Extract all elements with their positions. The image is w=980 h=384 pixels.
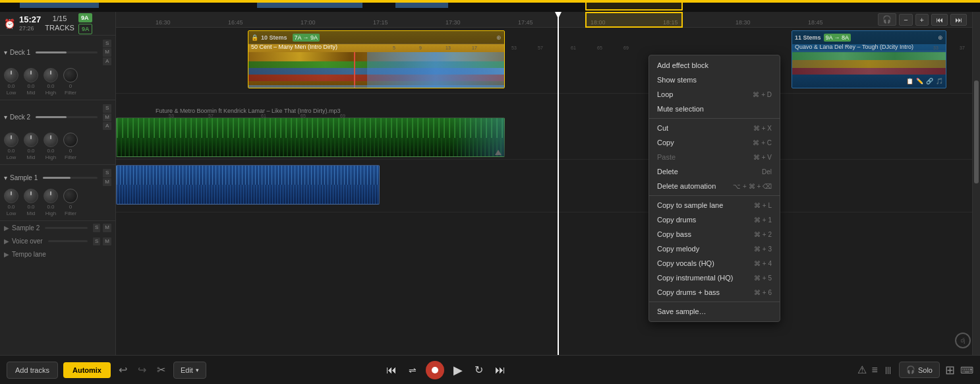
deck-1-filter-knob[interactable] [63,68,78,82]
menu-show-stems[interactable]: Show stems [649,73,780,87]
sample-1-high-knob[interactable] [43,189,58,203]
menu-copy-vocals[interactable]: Copy vocals (HQ) ⌘ + 4 [649,256,780,271]
deck-1-mid-knob[interactable] [24,68,38,82]
menu-copy[interactable]: Copy ⌘ + C [649,135,780,150]
clip-sample1[interactable] [116,165,380,205]
fastfwd-btn[interactable]: ⏭ [950,14,967,26]
clip-zoom-icon[interactable]: ⊕ [496,34,502,41]
menu-delete-automation[interactable]: Delete automation ⌥ + ⌘ + ⌫ [649,179,780,193]
play-button[interactable]: ▶ [451,360,465,380]
tempo-label: Tempo lane [12,251,46,258]
clip-quavo[interactable]: 11 Stems 9A → 8A ⊕ Quavo & Lana Del Rey … [792,30,946,88]
menu-copy-bass[interactable]: Copy bass ⌘ + 2 [649,227,780,241]
quavo-icon-3[interactable]: 🔗 [926,78,933,84]
deck-1-mute[interactable]: M [103,48,111,56]
sample2-collapse-icon[interactable]: ▶ [4,224,9,232]
menu-delete[interactable]: Delete Del [649,164,780,179]
sample-1-low-knob[interactable] [4,189,18,203]
sample-1-mid-label: 0.0 [27,204,34,210]
record-button[interactable] [426,361,444,379]
sample-1-solo[interactable]: S [103,169,111,177]
skip-back-button[interactable]: ⏮ [384,362,399,379]
deck-2-a[interactable]: A [103,122,111,130]
scrollbar-right[interactable]: dj [972,12,980,355]
menu-copy-melody[interactable]: Copy melody ⌘ + 3 [649,241,780,256]
quavo-icon-2[interactable]: ✏️ [916,78,923,84]
scissors-button[interactable]: ✂ [154,361,168,379]
scrollbar-thumb[interactable] [974,80,979,183]
headphone-btn[interactable]: 🎧 [878,13,896,26]
sample2-solo[interactable]: S [93,224,100,232]
deck-2-filter-knob[interactable] [63,133,78,147]
solo-button[interactable]: 🎧 Solo [899,362,940,378]
automix-button[interactable]: Automix [63,362,111,378]
menu-copy-to-sample[interactable]: Copy to sample lane ⌘ + L [649,198,780,212]
warning-button[interactable]: ⚠ [857,364,867,376]
lines2-button[interactable]: ⫼ [883,364,894,376]
dj-logo: dj [955,333,971,348]
tempo-collapse-icon[interactable]: ▶ [4,251,9,258]
menu-divider-2 [649,195,780,196]
deck-2-mute[interactable]: M [103,113,111,121]
lines-button[interactable]: ≡ [872,364,878,376]
deck1-track-row[interactable]: 🔒 10 Stems 7A → 9A ⊕ 50 Cent – Many Men … [116,28,980,94]
key-badge-filled: 9A [78,13,93,22]
menu-paste[interactable]: Paste ⌘ + V [649,150,780,164]
top-scrub-bar[interactable] [0,0,980,12]
sidebar-item-sample2[interactable]: ▶ Sample 2 S M [0,221,115,234]
deck-1-low-knob[interactable] [4,68,18,82]
voiceover-collapse-icon[interactable]: ▶ [4,238,9,245]
add-tracks-button[interactable]: Add tracks [7,362,58,379]
menu-copy-shortcut: ⌘ + C [753,139,772,146]
skip-fwd-button[interactable]: ⏭ [492,362,508,379]
mixer-button[interactable]: ⊞ [945,363,955,377]
redo-button[interactable]: ↪ [135,361,149,379]
sample-1-filter-knob[interactable] [63,189,78,203]
sample-1-collapse-icon[interactable]: ▾ [4,174,7,181]
menu-cut[interactable]: Cut ⌘ + X [649,121,780,135]
quavo-zoom-icon[interactable]: ⊕ [938,34,943,41]
clip-stems-label: 10 Stems [261,34,287,41]
deck-1-filter-knob-group: 0 Filter [63,68,78,96]
loop-button[interactable]: ↻ [472,361,486,379]
sidebar-item-voiceover[interactable]: ▶ Voice over S M [0,235,115,248]
sample1-track-row[interactable] [116,160,980,212]
voiceover-mute[interactable]: M [103,238,111,245]
timeline-area[interactable]: 16:30 16:45 17:00 17:15 17:30 17:45 18:0… [116,12,980,355]
quavo-icon-4[interactable]: 🎵 [936,78,943,84]
menu-mute-selection[interactable]: Mute selection [649,102,780,116]
quavo-icon-1[interactable]: 📋 [906,78,913,84]
deck-2-high-knob[interactable] [43,133,58,147]
deck-2-mid-knob[interactable] [24,133,38,147]
minus-btn[interactable]: − [899,14,912,26]
keyboard-button[interactable]: ⌨ [960,365,973,375]
timeline-ruler[interactable]: 16:30 16:45 17:00 17:15 17:30 17:45 18:0… [116,12,980,28]
menu-loop[interactable]: Loop ⌘ + D [649,87,780,102]
sample-1-mid-knob[interactable] [24,189,38,203]
deck-1-filter-text: Filter [65,90,76,96]
clip-50cent[interactable]: 🔒 10 Stems 7A → 9A ⊕ 50 Cent – Many Men … [248,30,505,88]
deck-2-collapse-icon[interactable]: ▾ [4,113,7,121]
menu-save-sample[interactable]: Save sample… [649,304,780,319]
deck-2-low-knob[interactable] [4,133,18,147]
menu-add-effect-block[interactable]: Add effect block [649,58,780,73]
deck-1-collapse-icon[interactable]: ▾ [4,49,7,56]
deck-1-high-knob[interactable] [43,68,58,82]
undo-button[interactable]: ↩ [116,361,130,379]
deck2-track-row[interactable]: Future & Metro Boomin ft Kendrick Lamar … [116,94,980,160]
deck-1-solo[interactable]: S [103,40,111,48]
voiceover-solo[interactable]: S [93,238,100,245]
sample-1-mute[interactable]: M [103,178,111,186]
deck-2-solo[interactable]: S [103,104,111,112]
edit-button[interactable]: Edit ▾ [173,362,206,379]
crossfade-button[interactable]: ⇌ [406,362,419,378]
menu-copy-drums-bass[interactable]: Copy drums + bass ⌘ + 6 [649,285,780,300]
sidebar-item-tempo[interactable]: ▶ Tempo lane [0,248,115,261]
rewind-btn[interactable]: ⏮ [931,14,948,26]
plus-btn[interactable]: + [915,14,929,26]
sample2-mute[interactable]: M [103,224,111,232]
clip-future[interactable] [116,117,505,157]
menu-copy-drums[interactable]: Copy drums ⌘ + 1 [649,212,780,227]
deck-1-a[interactable]: A [103,57,111,65]
menu-copy-instrumental[interactable]: Copy instrumental (HQ) ⌘ + 5 [649,271,780,285]
